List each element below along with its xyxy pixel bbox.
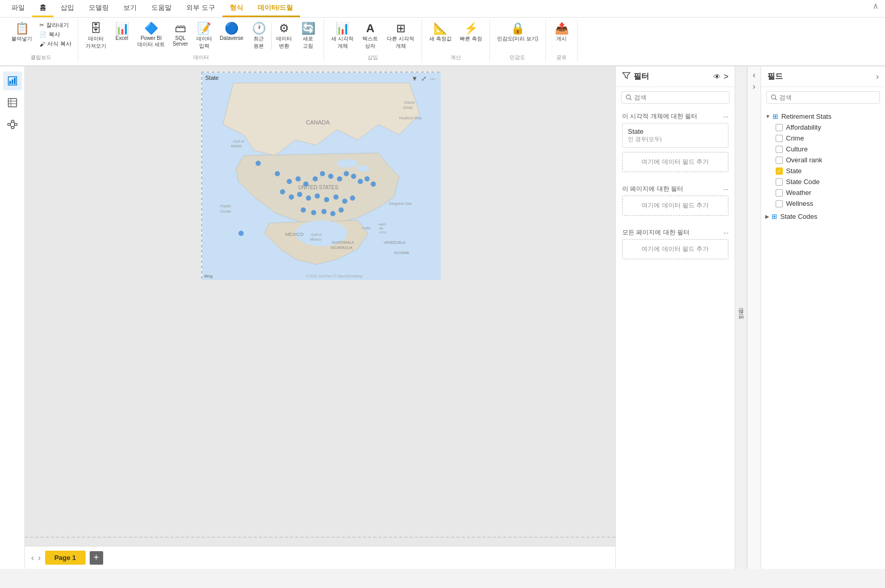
culture-checkbox[interactable] bbox=[776, 146, 783, 153]
transform-tab[interactable]: 변환 bbox=[735, 66, 747, 569]
tab-file[interactable]: 파일 bbox=[4, 0, 32, 17]
tab-help[interactable]: 도움말 bbox=[144, 0, 179, 17]
tab-view[interactable]: 보기 bbox=[116, 0, 144, 17]
data-transform-button[interactable]: ⚙ 데이터변환 bbox=[273, 21, 296, 52]
filter-search-input[interactable] bbox=[634, 94, 725, 101]
tree-group-state-codes-header[interactable]: ▶ ⊞ State Codes bbox=[761, 211, 885, 222]
fields-search-input[interactable] bbox=[779, 94, 875, 101]
new-measure-button[interactable]: 📐 새 측정값 bbox=[426, 21, 455, 45]
recent-sources-button[interactable]: 🕐 최근원본 bbox=[247, 21, 270, 52]
weather-checkbox[interactable] bbox=[776, 189, 783, 197]
svg-text:GUYANA: GUYANA bbox=[394, 251, 409, 255]
map-visualization[interactable]: ▼ ⤢ ··· State CA bbox=[201, 72, 440, 279]
svg-point-38 bbox=[320, 171, 325, 176]
map-filter-icon[interactable]: ▼ bbox=[411, 75, 418, 82]
visual-filter-add-button[interactable]: 여기에 데이터 필드 추가 bbox=[622, 152, 728, 172]
quick-measure-label: 빠른 측정 bbox=[460, 35, 482, 43]
page-tab-page1[interactable]: Page 1 bbox=[45, 551, 86, 565]
svg-text:Pacific: Pacific bbox=[220, 204, 231, 208]
tab-home[interactable]: 홈 bbox=[32, 0, 53, 17]
filter-search-box[interactable] bbox=[621, 91, 729, 104]
tab-external[interactable]: 외부 도구 bbox=[179, 0, 222, 17]
fields-panel-expand-icon[interactable]: › bbox=[876, 72, 879, 81]
visual-filter-more-button[interactable]: ··· bbox=[723, 113, 728, 120]
filter-panel-close-icon[interactable]: > bbox=[724, 72, 728, 81]
all-pages-filter-add-button[interactable]: 여기에 데이터 필드 추가 bbox=[622, 239, 728, 259]
affordability-checkbox[interactable] bbox=[776, 124, 783, 131]
weather-label: Weather bbox=[786, 189, 811, 197]
tree-item-overall-rank[interactable]: Overall rank bbox=[761, 155, 885, 165]
sidebar-item-data[interactable] bbox=[3, 93, 22, 112]
svg-rect-1 bbox=[9, 81, 11, 84]
all-pages-filter-more-button[interactable]: ··· bbox=[723, 229, 728, 236]
excel-button[interactable]: 📊 Excel bbox=[110, 21, 133, 43]
panel-nav-right-arrow[interactable]: › bbox=[753, 82, 755, 91]
new-visual-button[interactable]: 📊 새 시각적개체 bbox=[328, 21, 357, 52]
tree-item-affordability[interactable]: Affordability bbox=[761, 122, 885, 133]
state-filter-value: 인 경우(모두) bbox=[628, 135, 723, 143]
state-filter-item[interactable]: State 인 경우(모두) bbox=[622, 123, 728, 148]
map-more-icon[interactable]: ··· bbox=[430, 75, 436, 82]
text-box-icon: A bbox=[366, 23, 374, 34]
filter-eye-icon[interactable]: 👁 bbox=[713, 73, 721, 81]
tree-item-state-code[interactable]: State Code bbox=[761, 176, 885, 187]
crime-checkbox[interactable] bbox=[776, 135, 783, 142]
tree-item-state[interactable]: ✓ State bbox=[761, 165, 885, 176]
tree-group-retirement-stats-header[interactable]: ▼ ⊞ Retirement Stats bbox=[761, 111, 885, 122]
format-copy-button[interactable]: 🖌 서식 복사 bbox=[37, 39, 74, 48]
new-visual-icon: 📊 bbox=[335, 23, 349, 34]
tree-item-crime[interactable]: Crime bbox=[761, 133, 885, 144]
map-expand-icon[interactable]: ⤢ bbox=[421, 75, 427, 82]
tree-item-weather[interactable]: Weather bbox=[761, 187, 885, 198]
state-checkbox[interactable]: ✓ bbox=[776, 167, 783, 175]
sidebar-item-model[interactable] bbox=[3, 115, 22, 134]
panel-nav-left-arrow[interactable]: ‹ bbox=[753, 71, 755, 80]
svg-point-46 bbox=[280, 189, 285, 194]
tree-item-wellness[interactable]: Wellness bbox=[761, 198, 885, 209]
page-next-button[interactable]: › bbox=[38, 553, 40, 563]
wellness-checkbox[interactable] bbox=[776, 200, 783, 207]
svg-text:NICARAGUA: NICARAGUA bbox=[331, 246, 353, 249]
page-filter-more-button[interactable]: ··· bbox=[723, 186, 728, 193]
tab-data-drill[interactable]: 데이터/드릴 bbox=[250, 0, 301, 17]
publish-button[interactable]: 📤 게시 bbox=[550, 21, 573, 45]
overall-rank-checkbox[interactable] bbox=[776, 157, 783, 164]
copy-button[interactable]: 📄 복사 bbox=[37, 30, 74, 39]
svg-text:GUATEMALA: GUATEMALA bbox=[332, 241, 354, 244]
sensitivity-icon: 🔒 bbox=[511, 23, 525, 34]
fields-panel-header: 필드 › bbox=[761, 66, 885, 87]
fields-panel: 필드 › ▼ ⊞ Retirement Stats bbox=[761, 66, 885, 569]
paste-button[interactable]: 📋 붙여넣기 bbox=[8, 21, 35, 45]
data-input-icon: 📝 bbox=[197, 23, 211, 34]
cut-button[interactable]: ✂ 잘라내기 bbox=[37, 21, 74, 30]
data-input-button[interactable]: 📝 데이터입력 bbox=[193, 21, 216, 52]
share-group-label: 공유 bbox=[556, 52, 567, 61]
fields-search-icon bbox=[771, 94, 777, 101]
canvas-area: ▼ ⤢ ··· State CA bbox=[25, 66, 615, 569]
svg-point-52 bbox=[333, 194, 339, 200]
powerbi-dataset-button[interactable]: 🔷 Power BI데이터 세트 bbox=[134, 21, 168, 50]
excel-label: Excel bbox=[116, 35, 128, 41]
svg-rect-9 bbox=[11, 120, 14, 122]
page-filter-add-button[interactable]: 여기에 데이터 필드 추가 bbox=[622, 195, 728, 216]
tab-format[interactable]: 형식 bbox=[222, 0, 250, 17]
sidebar-item-report[interactable] bbox=[3, 72, 22, 90]
get-data-button[interactable]: 🗄 데이터가져오기 bbox=[82, 21, 109, 52]
copy-label: 복사 bbox=[49, 31, 60, 38]
tab-modeling[interactable]: 모델링 bbox=[81, 0, 116, 17]
text-box-button[interactable]: A 텍스트상자 bbox=[359, 21, 382, 52]
svg-text:Davis: Davis bbox=[404, 100, 415, 105]
page-prev-button[interactable]: ‹ bbox=[31, 553, 34, 563]
refresh-button[interactable]: 🔄 새로고침 bbox=[297, 21, 319, 52]
sensitivity-button[interactable]: 🔒 민감도(미리 보기) bbox=[494, 21, 541, 45]
more-visual-button[interactable]: ⊞ 다른 시각적개체 bbox=[384, 21, 417, 52]
quick-measure-button[interactable]: ⚡ 빠른 측정 bbox=[457, 21, 485, 45]
ribbon-collapse-button[interactable]: ∧ bbox=[870, 0, 881, 12]
tree-item-culture[interactable]: Culture bbox=[761, 144, 885, 155]
dataverse-button[interactable]: 🔵 Dataverse bbox=[217, 21, 247, 43]
fields-search-box[interactable] bbox=[766, 91, 880, 104]
add-page-button[interactable]: + bbox=[90, 551, 103, 565]
state-code-checkbox[interactable] bbox=[776, 178, 783, 186]
sql-server-button[interactable]: 🗃 SQLServer bbox=[169, 21, 192, 49]
tab-insert[interactable]: 삽입 bbox=[53, 0, 81, 17]
